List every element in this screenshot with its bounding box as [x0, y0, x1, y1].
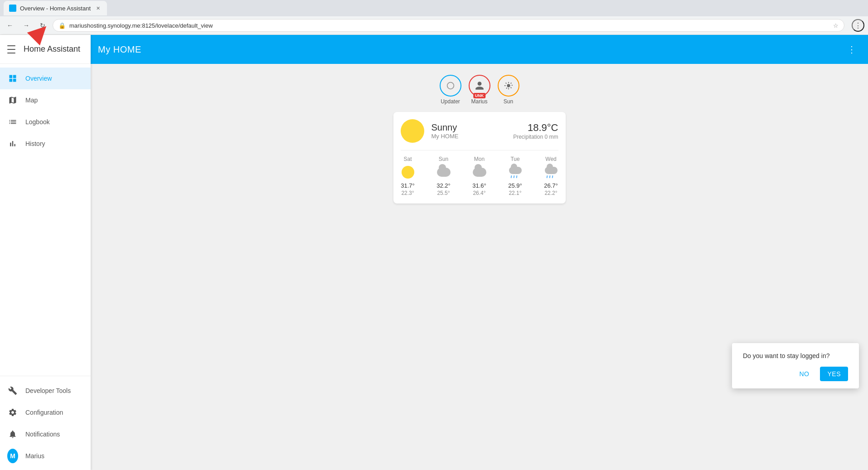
precipitation: Precipitation 0 mm — [513, 134, 558, 140]
sidebar-bottom: Developer Tools Configuration Notificati… — [0, 376, 91, 470]
sidebar-item-history[interactable]: History — [0, 133, 91, 155]
forecast-icon-4 — [544, 165, 558, 179]
status-icon-sun[interactable]: Sun — [498, 75, 519, 105]
forecast-temps-3: 25.9° 22.1° — [508, 182, 522, 196]
status-icons-row: Updater UNK Marius — [102, 75, 857, 105]
avatar: M — [7, 451, 18, 461]
weather-icon-section: Sunny My HOME — [401, 119, 459, 143]
marius-status-circle: UNK — [469, 75, 490, 97]
forecast-high-2: 31.6° — [472, 182, 486, 189]
marius-label: Marius — [25, 452, 44, 460]
page-title: My HOME — [98, 44, 141, 55]
url-text: mariushosting.synology.me:8125/lovelace/… — [69, 22, 213, 29]
forecast-temps-4: 26.7° 22.2° — [544, 182, 558, 196]
forecast-icon-2 — [472, 165, 487, 179]
status-icon-marius[interactable]: UNK Marius — [469, 75, 490, 105]
forecast-temps-0: 31.7° 22.3° — [401, 182, 415, 196]
forecast-day-name-0: Sat — [403, 156, 412, 162]
tab-title: Overview - Home Assistant — [20, 5, 91, 12]
main-content: My HOME ⋮ Updater — [91, 35, 868, 470]
developer-tools-label: Developer Tools — [25, 387, 71, 394]
weather-description: Sunny My HOME — [432, 122, 459, 140]
forecast-low-3: 22.1° — [509, 190, 521, 196]
sidebar: Home Assistant Overview Map — [0, 35, 91, 470]
sidebar-title: Home Assistant — [24, 44, 80, 54]
top-bar-right: ⋮ — [843, 40, 861, 58]
weather-forecast: Sat 31.7° 22.3° Sun — [401, 150, 558, 196]
address-bar: ← → ↻ 🔒 mariushosting.synology.me:8125/l… — [0, 16, 868, 34]
forecast-day-mon: Mon 31.6° 26.4° — [472, 156, 487, 196]
active-tab[interactable]: Overview - Home Assistant ✕ — [4, 1, 107, 15]
updater-circle — [440, 75, 461, 97]
no-button[interactable]: NO — [792, 367, 816, 381]
updater-label: Updater — [441, 98, 460, 105]
weather-header: Sunny My HOME 18.9°C Precipitation 0 mm — [401, 119, 558, 143]
weather-temp-section: 18.9°C Precipitation 0 mm — [513, 122, 558, 140]
forecast-day-sun: Sun 32.2° 25.5° — [436, 156, 451, 196]
stay-logged-in-dialog: Do you want to stay logged in? NO YES — [732, 343, 859, 388]
content-area: Updater UNK Marius — [91, 64, 868, 470]
weather-condition: Sunny — [432, 122, 459, 133]
forecast-low-1: 25.5° — [437, 190, 450, 196]
top-bar: My HOME ⋮ — [91, 35, 868, 64]
history-label: History — [25, 140, 45, 147]
back-button[interactable]: ← — [4, 19, 16, 32]
top-bar-menu-button[interactable]: ⋮ — [843, 40, 861, 58]
notifications-label: Notifications — [25, 431, 60, 438]
sidebar-item-logbook[interactable]: Logbook — [0, 111, 91, 133]
hamburger-button[interactable] — [7, 44, 18, 55]
forecast-day-tue: Tue 25.9° 22.1° — [508, 156, 523, 196]
sun-status-circle — [498, 75, 519, 97]
dialog-buttons: NO YES — [743, 367, 848, 381]
weather-location: My HOME — [432, 133, 459, 140]
forecast-low-0: 22.3° — [401, 190, 414, 196]
browser-chrome: Overview - Home Assistant ✕ ← → ↻ 🔒 mari… — [0, 0, 868, 35]
sidebar-item-marius[interactable]: M Marius — [0, 445, 91, 467]
forecast-day-name-3: Tue — [510, 156, 519, 162]
forecast-low-2: 26.4° — [473, 190, 485, 196]
sidebar-nav: Overview Map Logbook — [0, 64, 91, 376]
reload-button[interactable]: ↻ — [36, 19, 49, 32]
forecast-high-1: 32.2° — [436, 182, 451, 189]
status-icon-updater[interactable]: Updater — [440, 75, 461, 105]
sun-status-label: Sun — [504, 98, 513, 105]
svg-point-1 — [447, 82, 454, 89]
dialog-text: Do you want to stay logged in? — [743, 352, 848, 359]
wrench-icon — [7, 385, 18, 396]
forecast-low-4: 22.2° — [544, 190, 557, 196]
app-layout: Home Assistant Overview Map — [0, 35, 868, 470]
current-temperature: 18.9°C — [513, 122, 558, 134]
yes-button[interactable]: YES — [820, 367, 848, 381]
forecast-day-sat: Sat 31.7° 22.3° — [401, 156, 415, 196]
sidebar-item-overview[interactable]: Overview — [0, 68, 91, 89]
lock-icon: 🔒 — [58, 22, 66, 29]
list-icon — [7, 116, 18, 127]
forecast-high-0: 31.7° — [401, 182, 415, 189]
overview-label: Overview — [25, 75, 52, 82]
forecast-high-3: 25.9° — [508, 182, 522, 189]
weather-card: Sunny My HOME 18.9°C Precipitation 0 mm … — [393, 112, 566, 204]
sidebar-item-developer-tools[interactable]: Developer Tools — [0, 380, 91, 402]
tab-close-button[interactable]: ✕ — [94, 5, 102, 12]
bell-icon — [7, 429, 18, 440]
forecast-day-name-1: Sun — [439, 156, 448, 162]
sidebar-header: Home Assistant — [0, 35, 91, 64]
map-icon — [7, 95, 18, 106]
forecast-icon-0 — [401, 165, 415, 179]
grid-icon — [7, 73, 18, 84]
url-bar[interactable]: 🔒 mariushosting.synology.me:8125/lovelac… — [53, 19, 844, 32]
sun-weather-icon — [401, 119, 424, 143]
sidebar-item-notifications[interactable]: Notifications — [0, 423, 91, 445]
tab-favicon — [9, 5, 16, 12]
sidebar-item-map[interactable]: Map — [0, 89, 91, 111]
sidebar-item-configuration[interactable]: Configuration — [0, 402, 91, 423]
browser-menu-button[interactable]: ⋮ — [852, 19, 864, 32]
gear-icon — [7, 407, 18, 418]
forecast-day-name-4: Wed — [545, 156, 556, 162]
forecast-day-name-2: Mon — [474, 156, 485, 162]
forecast-temps-1: 32.2° 25.5° — [436, 182, 451, 196]
bookmark-icon[interactable]: ☆ — [833, 22, 839, 29]
forward-button[interactable]: → — [20, 19, 33, 32]
logbook-label: Logbook — [25, 118, 50, 126]
forecast-icon-1 — [436, 165, 451, 179]
